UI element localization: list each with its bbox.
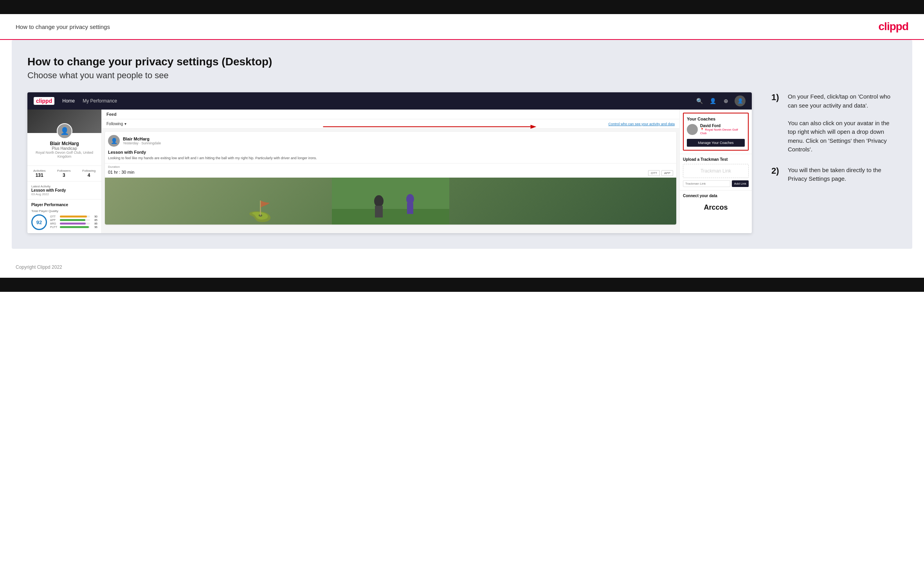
nav-link-home[interactable]: Home [62, 98, 75, 104]
app-navbar: clippd Home My Performance 🔍 👤 ⊕ 👤 [27, 92, 752, 110]
user-avatar[interactable]: 👤 [735, 95, 746, 106]
activity-image: ⛳ [105, 178, 676, 225]
instruction-1: 1) On your Feed, click/tap on 'Control w… [771, 92, 897, 154]
stat-followers-value: 3 [57, 173, 70, 178]
trackman-input-area: Trackman Link [683, 164, 749, 178]
bar-ott-label: OTT [50, 215, 59, 218]
instruction-2-number: 2) [771, 166, 783, 183]
activity-user-name: Blair McHarg [123, 137, 161, 141]
activity-user-info: Blair McHarg Yesterday · Sunningdale [123, 137, 161, 145]
content-columns: clippd Home My Performance 🔍 👤 ⊕ 👤 👤 [27, 92, 897, 233]
latest-activity-name: Lesson with Fordy [31, 188, 97, 192]
bar-arg: ARG 86 [50, 222, 97, 225]
bar-ott-track [60, 216, 90, 217]
header: How to change your privacy settings clip… [0, 14, 924, 40]
stat-activities-label: Activities [33, 169, 46, 173]
main-content: How to change your privacy settings (Des… [12, 40, 912, 249]
following-bar: Following ▾ Control who can see your act… [102, 119, 679, 129]
duration-tags: OTT APP [648, 170, 673, 176]
profile-stats: Activities 131 Followers 3 Following 4 [27, 165, 101, 181]
trackman-section: Upload a Trackman Test Trackman Link Add… [680, 154, 752, 190]
bar-app-label: APP [50, 219, 59, 221]
copyright: Copyright Clippd 2022 [16, 264, 62, 270]
profile-club: Royal North Devon Golf Club, United King… [31, 151, 97, 158]
instruction-1-text: On your Feed, click/tap on 'Control who … [788, 92, 897, 154]
player-performance-title: Player Performance [31, 203, 97, 207]
activity-title: Lesson with Fordy [105, 150, 676, 156]
bar-putt-label: PUTT [50, 226, 59, 228]
tpq-label: Total Player Quality [31, 209, 97, 213]
activity-description: Looking to feel like my hands are exitin… [105, 156, 676, 163]
trackman-placeholder: Trackman Link [687, 168, 744, 174]
screenshot-mock: clippd Home My Performance 🔍 👤 ⊕ 👤 👤 [27, 92, 752, 233]
coach-club: 📍 Royal North Devon Golf Club [700, 128, 745, 135]
tag-ott: OTT [648, 170, 660, 176]
latest-activity-label: Latest Activity [31, 185, 97, 188]
stat-activities-value: 131 [33, 173, 46, 178]
bar-app: APP 85 [50, 219, 97, 221]
add-link-button[interactable]: Add Link [732, 180, 749, 187]
stat-following-value: 4 [82, 173, 95, 178]
nav-link-performance[interactable]: My Performance [83, 98, 117, 104]
bar-arg-label: ARG [50, 222, 59, 225]
bar-app-fill [60, 219, 85, 221]
profile-handicap: Plus Handicap [31, 146, 97, 151]
nav-icons: 🔍 👤 ⊕ 👤 [695, 95, 746, 106]
svg-rect-1 [332, 209, 449, 225]
person-icon[interactable]: 👤 [708, 96, 717, 106]
trackman-title: Upload a Trackman Test [683, 157, 749, 162]
arccos-logo: Arccos [683, 200, 749, 215]
duration-value: 01 hr : 30 min [108, 170, 134, 174]
stat-activities: Activities 131 [33, 169, 46, 178]
following-label: Following [106, 122, 123, 126]
bar-arg-fill [60, 223, 86, 225]
trackman-link-input[interactable] [683, 180, 730, 187]
bar-arg-val: 86 [91, 222, 97, 225]
coaches-section: Your Coaches David Ford 📍 Royal North De… [684, 113, 748, 150]
profile-name: Blair McHarg [31, 141, 97, 146]
activity-meta: Yesterday · Sunningdale [123, 141, 161, 145]
instruction-1-number: 1) [771, 92, 783, 154]
bar-ott: OTT 90 [50, 215, 97, 218]
coaches-title: Your Coaches [687, 117, 745, 121]
bar-putt-val: 96 [91, 226, 97, 228]
manage-coaches-button[interactable]: Manage Your Coaches [687, 139, 745, 147]
bar-app-val: 85 [91, 219, 97, 221]
tpq-bars: OTT 90 APP 85 ARG [50, 215, 97, 229]
activity-card: 👤 Blair McHarg Yesterday · Sunningdale L… [105, 132, 676, 225]
coach-avatar [687, 124, 698, 135]
bar-app-track [60, 219, 90, 221]
app-body: 👤 Blair McHarg Plus Handicap Royal North… [27, 110, 752, 233]
stat-following-label: Following [82, 169, 95, 173]
app-logo: clippd [34, 97, 54, 105]
chevron-down-icon: ▾ [124, 122, 126, 126]
latest-activity-date: 03 Aug 2022 [31, 192, 97, 196]
right-sidebar: Your Coaches David Ford 📍 Royal North De… [679, 110, 752, 233]
svg-point-2 [374, 195, 384, 207]
control-privacy-link[interactable]: Control who can see your activity and da… [608, 122, 675, 126]
connect-title: Connect your data [683, 194, 749, 198]
activity-user-avatar: 👤 [108, 135, 120, 147]
tag-app: APP [661, 170, 673, 176]
connect-section: Connect your data Arccos [680, 190, 752, 218]
feed-tab[interactable]: Feed [102, 110, 679, 119]
instruction-2: 2) You will then be taken directly to th… [771, 166, 897, 183]
following-button[interactable]: Following ▾ [106, 122, 126, 126]
plus-circle-icon[interactable]: ⊕ [721, 96, 731, 106]
bottom-bar [0, 278, 924, 292]
coach-item: David Ford 📍 Royal North Devon Golf Club [687, 124, 745, 135]
coach-info: David Ford 📍 Royal North Devon Golf Club [700, 124, 745, 135]
pin-icon: 📍 [700, 128, 704, 131]
page-subheading: Choose what you want people to see [27, 70, 897, 81]
activity-duration: Duration 01 hr : 30 min OTT APP [105, 163, 676, 178]
coaches-highlight-box: Your Coaches David Ford 📍 Royal North De… [683, 113, 749, 151]
svg-point-4 [406, 194, 414, 204]
stat-followers-label: Followers [57, 169, 70, 173]
top-bar [0, 0, 924, 14]
page-heading: How to change your privacy settings (Des… [27, 56, 897, 68]
bar-arg-track [60, 223, 90, 225]
bar-ott-fill [60, 216, 87, 217]
search-icon[interactable]: 🔍 [695, 96, 704, 106]
trackman-input-row: Add Link [683, 180, 749, 187]
activity-header: 👤 Blair McHarg Yesterday · Sunningdale [105, 132, 676, 150]
